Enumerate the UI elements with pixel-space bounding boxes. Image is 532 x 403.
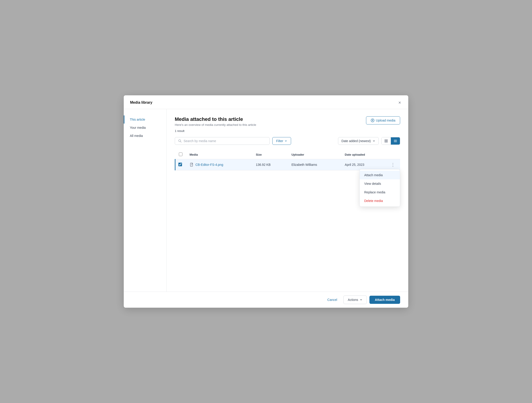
- row-uploader: Elizabeth Williams: [288, 159, 341, 170]
- svg-rect-3: [386, 140, 387, 141]
- table-header-row: Media Size Uploader Date uploaded: [175, 150, 400, 159]
- col-header-date: Date uploaded: [341, 150, 386, 159]
- row-date: April 25, 2023: [341, 159, 386, 170]
- sidebar-item-all-media[interactable]: All media: [124, 132, 166, 140]
- media-library-modal: Media library × This article Your media …: [124, 95, 408, 308]
- modal-title: Media library: [130, 101, 152, 105]
- col-header-media: Media: [186, 150, 252, 159]
- upload-icon: [371, 119, 374, 122]
- select-all-header: [175, 150, 186, 159]
- close-button[interactable]: ×: [397, 99, 402, 106]
- svg-rect-5: [386, 141, 387, 142]
- file-icon: [190, 163, 194, 167]
- sidebar-item-your-media[interactable]: Your media: [124, 124, 166, 132]
- dropdown-attach-media[interactable]: Attach media: [360, 171, 400, 179]
- svg-point-1: [179, 140, 181, 142]
- svg-rect-2: [385, 140, 386, 141]
- select-all-checkbox[interactable]: [179, 153, 183, 156]
- cancel-button[interactable]: Cancel: [324, 296, 341, 304]
- svg-rect-4: [385, 141, 386, 142]
- col-header-actions: [386, 150, 400, 159]
- dropdown-replace-media[interactable]: Replace media: [360, 188, 400, 197]
- col-header-size: Size: [252, 150, 288, 159]
- modal-header: Media library ×: [124, 95, 408, 109]
- row-checkbox[interactable]: [178, 163, 182, 166]
- row-checkbox-cell: [175, 159, 186, 170]
- row-more-cell: ⋮ Attach media View details Replace medi…: [386, 159, 400, 170]
- filter-label: Filter: [276, 139, 283, 143]
- dropdown-delete-media[interactable]: Delete media: [360, 197, 400, 205]
- actions-button[interactable]: Actions: [343, 295, 367, 304]
- row-more-button[interactable]: ⋮: [389, 162, 397, 167]
- file-name-link[interactable]: CB-Editor-FS-4.png: [190, 163, 249, 167]
- main-top: Media attached to this article Here's an…: [175, 116, 400, 127]
- sidebar: This article Your media All media: [124, 109, 167, 292]
- grid-view-button[interactable]: [382, 137, 391, 145]
- list-icon: [393, 139, 397, 143]
- page-title: Media attached to this article: [175, 116, 256, 122]
- context-menu: Attach media View details Replace media …: [360, 169, 400, 207]
- modal-overlay: Media library × This article Your media …: [0, 0, 532, 403]
- col-header-uploader: Uploader: [288, 150, 341, 159]
- filter-button[interactable]: Filter: [272, 137, 291, 145]
- file-name-text: CB-Editor-FS-4.png: [196, 163, 223, 166]
- sort-chevron-icon: [373, 140, 375, 142]
- main-heading-block: Media attached to this article Here's an…: [175, 116, 256, 127]
- grid-icon: [384, 139, 388, 143]
- sidebar-item-this-article[interactable]: This article: [124, 115, 166, 124]
- toolbar: Filter Date added (newest): [175, 137, 400, 145]
- table-row: CB-Editor-FS-4.png 136.92 KB Elizabeth W…: [175, 159, 400, 170]
- modal-footer: Cancel Actions Attach media: [124, 292, 408, 308]
- result-count: 1 result: [175, 129, 400, 133]
- main-content: Media attached to this article Here's an…: [167, 109, 408, 292]
- view-toggle: [381, 137, 400, 145]
- search-input[interactable]: [184, 139, 266, 143]
- row-file-size: 136.92 KB: [252, 159, 288, 170]
- page-subtitle: Here's an overview of media currently at…: [175, 123, 256, 127]
- actions-label: Actions: [348, 298, 358, 301]
- filter-chevron-icon: [285, 140, 287, 142]
- upload-media-label: Upload media: [376, 119, 395, 122]
- row-media-name: CB-Editor-FS-4.png: [186, 159, 252, 170]
- actions-chevron-icon: [360, 298, 362, 301]
- media-table: Media Size Uploader Date uploaded: [175, 150, 400, 170]
- list-view-button[interactable]: [391, 137, 400, 145]
- dropdown-view-details[interactable]: View details: [360, 179, 400, 188]
- sort-label: Date added (newest): [342, 139, 371, 143]
- sort-select[interactable]: Date added (newest): [338, 137, 379, 145]
- attach-media-button[interactable]: Attach media: [369, 296, 400, 304]
- search-icon: [178, 139, 182, 143]
- modal-body: This article Your media All media Media …: [124, 109, 408, 292]
- search-wrap: [175, 137, 270, 145]
- upload-media-button[interactable]: Upload media: [366, 116, 400, 124]
